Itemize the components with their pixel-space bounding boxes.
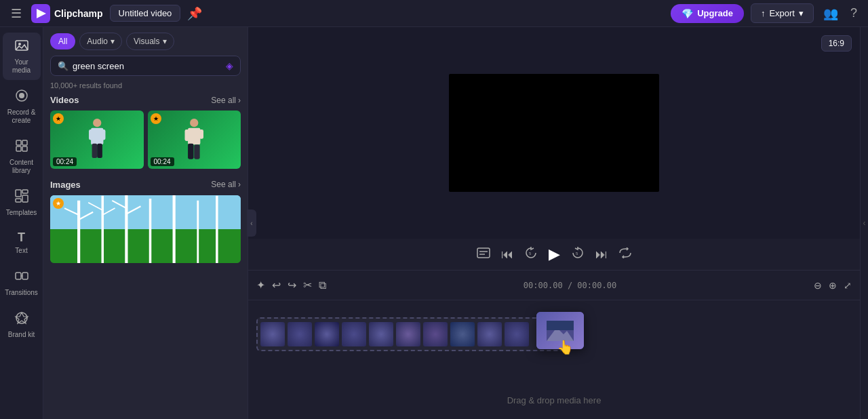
images-grid: ★ — [50, 195, 241, 263]
fit-timeline-button[interactable]: ⤢ — [844, 280, 852, 291]
forward5-icon: 5 — [571, 246, 585, 260]
diamond-icon: 💎 — [682, 8, 693, 19]
clip-thumb-2 — [315, 322, 339, 346]
svg-rect-14 — [16, 273, 21, 279]
hamburger-menu-button[interactable]: ☰ — [8, 3, 24, 24]
export-icon: ↑ — [761, 8, 766, 18]
timecode: 00:00.00 / 00:00.00 — [524, 281, 616, 290]
chevron-down-icon: ▾ — [799, 8, 804, 18]
brand-kit-label: Brand kit — [8, 331, 35, 339]
aspect-ratio-badge[interactable]: 16:9 — [821, 35, 852, 52]
image-thumb-1[interactable]: ★ — [50, 195, 241, 263]
pointer-tool-button[interactable]: ✦ — [256, 279, 265, 292]
panel-collapse-handle[interactable]: ‹ — [247, 210, 256, 237]
svg-rect-20 — [89, 129, 93, 140]
text-icon: T — [18, 231, 25, 245]
sidebar-item-text[interactable]: T Text — [3, 225, 41, 260]
svg-rect-25 — [188, 127, 200, 144]
clip-thumb-7 — [450, 322, 475, 346]
svg-rect-27 — [199, 129, 203, 139]
video-preview — [449, 74, 659, 192]
timeline-toolbar: ✦ ↩ ↪ ✂ ⧉ 00:00.00 / 00:00.00 ⊖ ⊕ ⤢ — [248, 271, 860, 300]
zoom-in-button[interactable]: ⊕ — [829, 280, 837, 291]
captions-button[interactable] — [477, 247, 490, 262]
content-panel: All Audio ▾ Visuals ▾ 🔍 ◈ 10,000+ result… — [43, 27, 248, 419]
replay-5-button[interactable]: 5 — [524, 246, 538, 263]
right-chevron-icon: ‹ — [863, 218, 866, 228]
track-clip[interactable]: 👆 — [256, 317, 568, 351]
filter-all-button[interactable]: All — [50, 33, 75, 49]
sidebar-item-brand-kit[interactable]: Brand kit — [3, 305, 41, 344]
clip-thumb-0 — [260, 322, 285, 346]
upgrade-button[interactable]: 💎 Upgrade — [671, 4, 744, 23]
help-button[interactable]: ? — [848, 3, 860, 23]
videos-see-all-button[interactable]: See all › — [211, 96, 241, 105]
person-figure-2 — [166, 117, 222, 163]
record-create-label: Record & create — [7, 108, 36, 125]
videos-title: Videos — [50, 95, 79, 105]
duplicate-button[interactable]: ⧉ — [319, 279, 326, 292]
results-count: 10,000+ results found — [43, 81, 248, 95]
main-layout: Your media Record & create Content libra… — [0, 27, 868, 419]
sidebar-item-transitions[interactable]: Transitions — [3, 263, 41, 302]
videos-section-header: Videos See all › — [50, 95, 241, 105]
video-thumb-1[interactable]: ★ 00:24 — [50, 111, 144, 169]
split-button[interactable]: ✂ — [303, 279, 312, 292]
svg-rect-50 — [547, 321, 574, 330]
images-see-all-button[interactable]: See all › — [211, 180, 241, 189]
your-media-icon — [14, 38, 29, 56]
videos-grid: ★ 00:24 — [50, 111, 241, 169]
video-duration-1: 00:24 — [53, 157, 77, 166]
filter-bar: All Audio ▾ Visuals ▾ — [43, 27, 248, 56]
video-title[interactable]: Untitled video — [110, 5, 181, 22]
search-premium-icon[interactable]: ◈ — [226, 60, 233, 71]
share-button[interactable]: 👥 — [821, 3, 841, 24]
redo-button[interactable]: ↪ — [288, 279, 296, 292]
main-track-row: 👆 — [256, 314, 852, 355]
text-label: Text — [15, 247, 27, 255]
undo-button[interactable]: ↩ — [272, 279, 281, 292]
clip-thumb-8 — [477, 322, 502, 346]
pin-icon[interactable]: 📌 — [187, 6, 202, 21]
chevron-right-icon: › — [238, 96, 241, 105]
search-input[interactable] — [73, 61, 222, 71]
sidebar-item-content-library[interactable]: Content library — [3, 133, 41, 180]
preview-area: 16:9 ⏮ 5 ▶ 5 ⏭ — [248, 27, 860, 270]
play-button[interactable]: ▶ — [549, 245, 560, 263]
timeline-tracks: 👆 Drag & drop media here — [248, 300, 860, 419]
loop-icon — [618, 247, 632, 258]
video-duration-2: 00:24 — [151, 157, 174, 166]
svg-line-41 — [112, 201, 126, 208]
search-bar: 🔍 ◈ — [50, 56, 241, 76]
filter-audio-button[interactable]: Audio ▾ — [79, 33, 122, 50]
svg-rect-21 — [101, 129, 105, 140]
svg-rect-13 — [16, 199, 21, 202]
export-button[interactable]: ↑ Export ▾ — [751, 3, 814, 23]
filter-visuals-button[interactable]: Visuals ▾ — [126, 33, 174, 50]
svg-rect-28 — [188, 143, 193, 159]
content-scroll[interactable]: Videos See all › — [43, 95, 248, 419]
templates-label: Templates — [6, 209, 37, 217]
transitions-label: Transitions — [5, 289, 38, 297]
transitions-icon — [14, 268, 29, 287]
timeline-area: ✦ ↩ ↪ ✂ ⧉ 00:00.00 / 00:00.00 ⊖ ⊕ ⤢ — [248, 270, 860, 419]
right-panel-collapse[interactable]: ‹ — [860, 27, 868, 419]
video-thumb-2[interactable]: ★ 00:24 — [148, 111, 241, 169]
sidebar-item-record-create[interactable]: Record & create — [3, 83, 41, 130]
svg-rect-7 — [22, 140, 27, 145]
sidebar-item-your-media[interactable]: Your media — [3, 33, 41, 80]
forward-5-button[interactable]: 5 — [571, 246, 585, 263]
clip-thumb-6 — [423, 322, 448, 346]
skip-to-start-button[interactable]: ⏮ — [501, 247, 513, 262]
svg-rect-26 — [185, 129, 189, 141]
svg-rect-23 — [97, 143, 102, 157]
content-panel-wrapper: All Audio ▾ Visuals ▾ 🔍 ◈ 10,000+ result… — [43, 27, 248, 419]
drag-cursor-indicator: 👆 — [557, 339, 574, 355]
zoom-out-button[interactable]: ⊖ — [814, 280, 822, 291]
loop-button[interactable] — [618, 247, 632, 262]
sidebar-item-templates[interactable]: Templates — [3, 183, 41, 222]
brand-kit-icon — [14, 311, 29, 329]
app-logo[interactable]: Clipchamp — [31, 4, 103, 23]
drag-drop-hint: Drag & drop media here — [507, 395, 601, 405]
skip-to-end-button[interactable]: ⏭ — [595, 247, 608, 262]
